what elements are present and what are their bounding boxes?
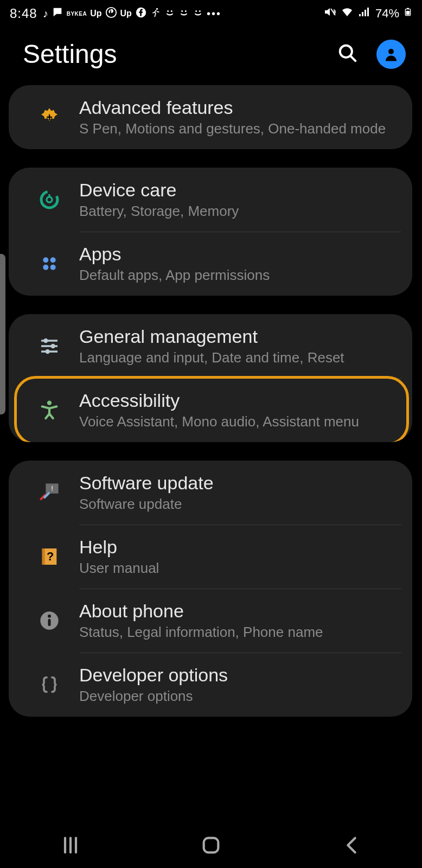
settings-item-device-care[interactable]: Device careBattery, Storage, Memory xyxy=(9,168,412,232)
svg-point-24 xyxy=(50,257,56,263)
settings-item-title: Software update xyxy=(79,473,214,494)
facebook-icon xyxy=(135,7,147,21)
svg-point-28 xyxy=(43,339,48,343)
status-notification-icons: ♪ BYKEA Up Up • xyxy=(43,7,221,21)
settings-item-title: Advanced features xyxy=(79,97,386,118)
settings-item-developer-options[interactable]: Developer optionsDeveloper options xyxy=(9,653,412,717)
settings-group: General managementLanguage and input, Da… xyxy=(9,314,412,442)
settings-item-title: Help xyxy=(79,537,159,558)
settings-item-subtitle: Status, Legal information, Phone name xyxy=(79,624,323,641)
settings-item-about-phone[interactable]: About phoneStatus, Legal information, Ph… xyxy=(9,589,412,653)
settings-item-text: AccessibilityVoice Assistant, Mono audio… xyxy=(79,390,359,430)
page-title: Settings xyxy=(23,39,117,69)
settings-group: !Software updateSoftware update?HelpUser… xyxy=(9,461,412,717)
svg-point-21 xyxy=(41,192,57,208)
settings-item-subtitle: Software update xyxy=(79,496,214,513)
svg-text:!: ! xyxy=(51,484,53,493)
svg-point-3 xyxy=(167,10,169,12)
message-icon xyxy=(52,7,63,21)
recents-button[interactable] xyxy=(60,834,81,858)
settings-item-title: Developer options xyxy=(79,665,228,686)
status-bar: 8:48 ♪ BYKEA Up Up xyxy=(0,0,422,27)
settings-item-software-update[interactable]: !Software updateSoftware update xyxy=(9,461,412,525)
svg-point-23 xyxy=(43,257,48,263)
smile-icon xyxy=(164,7,175,21)
svg-rect-15 xyxy=(407,8,409,9)
svg-rect-13 xyxy=(367,8,369,16)
svg-point-22 xyxy=(47,197,52,202)
up-icon: Up xyxy=(90,9,101,18)
header-actions xyxy=(337,40,406,69)
search-button[interactable] xyxy=(337,43,358,66)
settings-item-subtitle: Default apps, App permissions xyxy=(79,267,270,284)
settings-item-text: About phoneStatus, Legal information, Ph… xyxy=(79,601,323,641)
settings-item-text: Software updateSoftware update xyxy=(79,473,214,513)
apps-icon xyxy=(20,253,79,275)
settings-item-text: Developer optionsDeveloper options xyxy=(79,665,228,705)
svg-rect-47 xyxy=(204,838,219,853)
svg-point-19 xyxy=(388,49,394,54)
svg-point-42 xyxy=(48,615,51,618)
settings-item-title: General management xyxy=(79,326,344,347)
svg-point-2 xyxy=(156,8,158,9)
svg-point-7 xyxy=(195,10,197,12)
svg-rect-16 xyxy=(406,11,410,15)
smile-icon xyxy=(178,7,189,21)
settings-item-title: Accessibility xyxy=(79,390,359,411)
info-icon xyxy=(20,610,79,631)
header: Settings xyxy=(0,27,422,85)
settings-item-general-management[interactable]: General managementLanguage and input, Da… xyxy=(9,314,412,378)
settings-item-text: General managementLanguage and input, Da… xyxy=(79,326,344,366)
up-icon: Up xyxy=(120,9,132,18)
mute-vibrate-icon xyxy=(323,5,336,22)
status-right: 74% xyxy=(323,5,412,22)
smile-icon xyxy=(193,7,203,21)
back-button[interactable] xyxy=(341,834,362,858)
svg-point-4 xyxy=(171,10,172,12)
settings-item-subtitle: User manual xyxy=(79,560,159,577)
svg-point-30 xyxy=(51,344,55,348)
svg-point-32 xyxy=(46,349,50,354)
settings-list: +Advanced featuresS Pen, Motions and ges… xyxy=(0,85,422,717)
home-button[interactable] xyxy=(200,834,222,858)
svg-rect-12 xyxy=(365,10,366,16)
status-time: 8:48 xyxy=(10,6,37,21)
svg-rect-39 xyxy=(42,548,45,565)
settings-item-title: About phone xyxy=(79,601,323,622)
svg-line-18 xyxy=(350,55,356,61)
svg-rect-10 xyxy=(359,14,361,16)
sliders-icon xyxy=(20,335,79,357)
settings-item-subtitle: Developer options xyxy=(79,688,228,705)
bykea-icon: BYKEA xyxy=(67,11,87,17)
profile-button[interactable] xyxy=(376,40,406,69)
svg-rect-43 xyxy=(48,619,51,626)
settings-item-text: Advanced featuresS Pen, Motions and gest… xyxy=(79,97,386,137)
settings-item-advanced-features[interactable]: +Advanced featuresS Pen, Motions and ges… xyxy=(9,85,412,149)
svg-point-6 xyxy=(185,10,187,12)
svg-point-26 xyxy=(50,265,56,270)
more-icon: ••• xyxy=(207,8,221,20)
music-note-icon: ♪ xyxy=(43,8,48,20)
svg-point-25 xyxy=(43,265,48,270)
running-icon xyxy=(150,7,161,21)
svg-point-5 xyxy=(181,10,183,12)
settings-group: +Advanced featuresS Pen, Motions and ges… xyxy=(9,85,412,149)
help-book-icon: ? xyxy=(20,546,79,567)
settings-item-apps[interactable]: AppsDefault apps, App permissions xyxy=(9,232,412,296)
settings-group: Device careBattery, Storage, MemoryAppsD… xyxy=(9,168,412,296)
settings-item-help[interactable]: ?HelpUser manual xyxy=(9,525,412,589)
svg-line-9 xyxy=(331,9,335,15)
settings-item-accessibility[interactable]: AccessibilityVoice Assistant, Mono audio… xyxy=(9,378,412,442)
settings-item-text: HelpUser manual xyxy=(79,537,159,577)
braces-icon xyxy=(20,674,79,695)
settings-item-subtitle: S Pen, Motions and gestures, One-handed … xyxy=(79,120,386,137)
update-icon: ! xyxy=(20,482,79,503)
wifi-icon xyxy=(341,5,354,22)
svg-point-33 xyxy=(47,401,52,405)
navigation-bar xyxy=(0,825,422,868)
settings-item-subtitle: Voice Assistant, Mono audio, Assistant m… xyxy=(79,413,359,430)
signal-icon xyxy=(358,5,371,22)
scroll-indicator[interactable] xyxy=(0,254,5,414)
settings-item-title: Apps xyxy=(79,244,270,265)
accessibility-icon xyxy=(20,399,79,421)
